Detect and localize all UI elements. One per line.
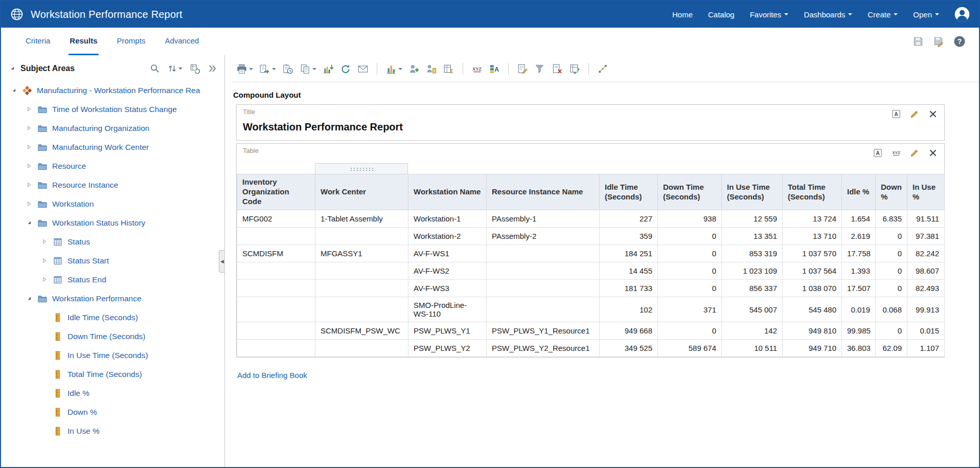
sort-icon[interactable]: [167, 63, 183, 74]
pane-splitter-handle[interactable]: ◀: [219, 250, 225, 273]
tree-item-manufacturing-organization[interactable]: Manufacturing Organization: [1, 119, 224, 138]
tree-item-workstation[interactable]: Workstation: [1, 194, 224, 213]
expand-node-icon[interactable]: [39, 238, 51, 246]
tree-item-total-time-seconds[interactable]: Total Time (Seconds): [1, 365, 224, 384]
expand-node-icon[interactable]: [39, 276, 51, 283]
add-to-briefing-book-link[interactable]: Add to Briefing Book: [237, 371, 307, 380]
tree-item-idle[interactable]: Idle %: [1, 384, 224, 403]
save-as-icon[interactable]: [933, 36, 944, 47]
chevron-down-icon[interactable]: [272, 68, 276, 72]
tree-item-workstation-performance[interactable]: Workstation Performance: [1, 289, 224, 308]
highlight-button[interactable]: [531, 62, 549, 76]
save-icon[interactable]: [913, 36, 924, 47]
expand-node-icon[interactable]: [24, 200, 36, 208]
nav-create[interactable]: Create: [868, 10, 898, 19]
email-button[interactable]: [354, 62, 372, 76]
chevron-down-icon[interactable]: [312, 68, 316, 72]
format-container-icon[interactable]: A: [873, 148, 883, 158]
tree-item-down-time-seconds[interactable]: Down Time (Seconds): [1, 327, 224, 346]
nav-open[interactable]: Open: [913, 10, 939, 19]
help-icon[interactable]: ?: [953, 35, 966, 48]
schedule-button[interactable]: [279, 62, 297, 76]
remove-formatting-button[interactable]: [549, 62, 566, 76]
search-icon[interactable]: [150, 63, 160, 74]
tab-criteria[interactable]: Criteria: [25, 28, 51, 55]
column-header-idle[interactable]: Idle %: [842, 174, 876, 210]
edit-view-icon[interactable]: [909, 109, 920, 119]
tree-item-idle-time-seconds[interactable]: Idle Time (Seconds): [1, 308, 224, 327]
expand-node-icon[interactable]: [39, 257, 51, 264]
export-button[interactable]: [256, 62, 279, 76]
column-names-icon[interactable]: XYZ: [891, 148, 901, 158]
new-calculated-measure-button[interactable]: Σ: [440, 62, 458, 76]
tab-prompts[interactable]: Prompts: [116, 28, 147, 55]
collapse-node-icon[interactable]: [24, 219, 36, 227]
expand-node-icon[interactable]: [24, 163, 36, 170]
swap-rows-columns-button[interactable]: [566, 62, 583, 76]
tab-advanced[interactable]: Advanced: [164, 28, 200, 55]
table-cell: AV-F-WS1: [408, 245, 487, 262]
print-button[interactable]: [233, 62, 256, 76]
edit-report-button[interactable]: [514, 62, 531, 76]
collapse-pane-icon[interactable]: [207, 63, 217, 74]
column-header-in-use-time-seconds[interactable]: In Use Time (Seconds): [722, 174, 783, 210]
column-header-down-time-seconds[interactable]: Down Time (Seconds): [658, 174, 722, 210]
nav-home[interactable]: Home: [672, 10, 693, 19]
copy-button[interactable]: [297, 62, 320, 76]
collapse-subject-areas-icon[interactable]: [9, 65, 16, 72]
new-calculated-item-button[interactable]: [423, 62, 440, 76]
collapse-node-icon[interactable]: [24, 295, 36, 302]
new-view-button[interactable]: [382, 62, 405, 76]
tree-item-status[interactable]: Status: [1, 232, 224, 251]
tree-item-manufacturing-workstation-performance-rea[interactable]: Manufacturing - Workstation Performance …: [1, 81, 224, 100]
table-cell: 938: [658, 210, 722, 228]
column-header-in-use[interactable]: In Use %: [907, 174, 945, 210]
nav-favorites[interactable]: Favorites: [750, 10, 789, 19]
view-properties-button[interactable]: A: [486, 62, 503, 76]
new-group-button[interactable]: [405, 62, 423, 76]
refresh-button[interactable]: [337, 62, 354, 76]
remove-view-icon[interactable]: [928, 148, 938, 158]
title-view-toolbar: A: [891, 108, 938, 119]
column-header-down[interactable]: Down %: [876, 174, 907, 210]
pane-refresh-icon[interactable]: [190, 63, 200, 74]
column-header-inventory-organization-code[interactable]: Inventory Organization Code: [237, 174, 315, 210]
tab-results[interactable]: Results: [69, 28, 98, 55]
nav-label: Catalog: [708, 10, 735, 19]
nav-catalog[interactable]: Catalog: [708, 10, 735, 19]
expand-node-icon[interactable]: [24, 106, 36, 113]
format-container-icon[interactable]: A: [891, 109, 901, 119]
tree-item-manufacturing-work-center[interactable]: Manufacturing Work Center: [1, 138, 224, 157]
import-formatting-button[interactable]: [320, 62, 337, 76]
column-drag-handle[interactable]: [315, 163, 408, 174]
tree-item-resource[interactable]: Resource: [1, 157, 224, 175]
tree-item-label: Idle %: [67, 389, 89, 398]
tree-item-time-of-workstation-status-change[interactable]: Time of Workstation Status Change: [1, 100, 224, 119]
expand-node-icon[interactable]: [24, 182, 36, 189]
chevron-down-icon[interactable]: [249, 68, 253, 72]
show-column-names-button[interactable]: XYZ: [468, 62, 486, 76]
chevron-down-icon[interactable]: [398, 68, 402, 72]
selection-steps-button[interactable]: [594, 62, 611, 76]
tree-item-status-end[interactable]: Status End: [1, 270, 224, 289]
chevron-down-icon[interactable]: [178, 68, 183, 72]
tree-item-down[interactable]: Down %: [1, 403, 224, 421]
remove-view-icon[interactable]: [928, 109, 938, 119]
edit-view-icon[interactable]: [909, 148, 920, 158]
tree-item-in-use[interactable]: In Use %: [1, 421, 224, 440]
user-avatar-icon[interactable]: [954, 7, 970, 22]
nav-dashboards[interactable]: Dashboards: [804, 10, 852, 19]
tree-item-workstation-status-history[interactable]: Workstation Status History: [1, 213, 224, 232]
collapse-node-icon[interactable]: [8, 87, 20, 94]
tree-item-status-start[interactable]: Status Start: [1, 251, 224, 270]
column-header-resource-instance-name[interactable]: Resource Instance Name: [487, 174, 600, 210]
expand-node-icon[interactable]: [24, 144, 36, 151]
tree-item-resource-instance[interactable]: Resource Instance: [1, 175, 224, 194]
column-header-workstation-name[interactable]: Workstation Name: [408, 174, 487, 210]
column-header-total-time-seconds[interactable]: Total Time (Seconds): [783, 174, 842, 210]
column-header-idle-time-seconds[interactable]: Idle Time (Seconds): [600, 174, 658, 210]
column-header-work-center[interactable]: Work Center: [315, 174, 408, 210]
table-cell: 1 038 070: [783, 280, 842, 297]
expand-node-icon[interactable]: [24, 125, 36, 132]
tree-item-in-use-time-seconds[interactable]: In Use Time (Seconds): [1, 346, 224, 365]
